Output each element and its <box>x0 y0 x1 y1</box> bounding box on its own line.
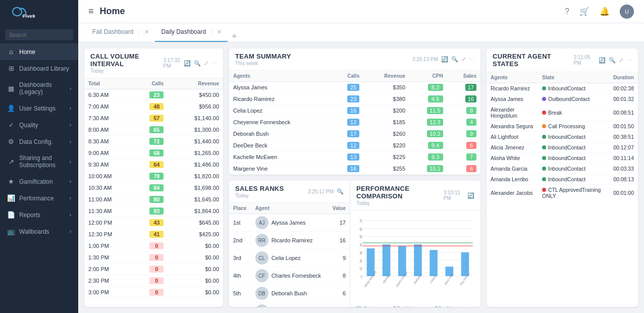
sidebar-item-home[interactable]: ⌂ Home <box>0 43 78 60</box>
more-options-icon[interactable]: ⋯ <box>469 56 474 63</box>
tab-fall-dashboard[interactable]: Fall Dashboard ⋮ ✕ <box>86 23 155 42</box>
avatar: RR <box>255 234 269 247</box>
help-icon[interactable]: ? <box>565 7 569 16</box>
sidebar-item-data-config[interactable]: ⚙ Data Config. › <box>0 133 78 150</box>
calls-cell: 65 <box>133 124 168 136</box>
refresh-icon[interactable]: 🔄 <box>184 60 191 67</box>
place-cell: 5th <box>229 285 251 302</box>
more-options-icon[interactable]: ⋯ <box>626 57 632 64</box>
expand-icon[interactable]: ⤢ <box>204 60 208 67</box>
chevron-right-icon: › <box>70 106 71 111</box>
state-cell: InboundContact <box>538 174 609 185</box>
state-cell: InboundContact <box>538 83 609 94</box>
search-icon[interactable]: 🔍 <box>451 56 458 63</box>
sidebar-item-dashboard-library[interactable]: ⊞ Dashboard Library <box>0 60 78 77</box>
table-row: Alicia Jimenez InboundContact 00:12:07 <box>487 142 638 153</box>
call-volume-card: CALL VOLUME INTERVAL Today 3:17:32 PM 🔄 … <box>84 48 223 307</box>
sidebar-item-gamification[interactable]: ★ Gamification › <box>0 173 78 190</box>
duration-cell: 00:11:14 <box>609 153 638 164</box>
state-dot <box>542 145 546 149</box>
table-row: 12:30 PM 41 $425.00 <box>84 229 223 240</box>
svg-text:60: 60 <box>359 227 362 232</box>
tab-options-icon[interactable]: ⋮ <box>209 29 214 35</box>
page-title: Home <box>100 6 125 17</box>
agent-states-card: CURRENT AGENT STATES 3:11:05 PM 🔄 🔍 ⤢ ⋯ … <box>487 48 638 307</box>
sidebar-item-sharing[interactable]: ↗ Sharing and Subscriptions › <box>0 150 78 173</box>
table-row: Alexander Horigsblum Break 00:08:51 <box>487 105 638 121</box>
col-cph: CPH <box>409 71 447 82</box>
performance-chart: 010203040506070Flying SquirrelsSterlingO… <box>355 216 475 301</box>
avatar[interactable]: U <box>620 5 634 19</box>
performance-comparison-section: PERFORMANCE COMPARISON Today 3:10:11 PM … <box>350 181 480 307</box>
search-icon[interactable]: 🔍 <box>609 57 616 64</box>
agent-states-header: CURRENT AGENT STATES 3:11:05 PM 🔄 🔍 ⤢ ⋯ <box>487 48 638 72</box>
revenue-cell: $1,486.00 <box>168 159 223 171</box>
revenue-cell: $956.00 <box>168 101 223 113</box>
hamburger-menu-icon[interactable]: ≡ <box>88 6 94 17</box>
sidebar-item-performance[interactable]: 📊 Performance › <box>0 190 78 206</box>
sales-cell: 17 <box>447 82 480 93</box>
cph-cell: 12.3 <box>409 117 447 128</box>
search-icon[interactable]: 🔍 <box>194 60 201 67</box>
search-input[interactable] <box>5 29 73 40</box>
performance-icon: 📊 <box>7 194 15 202</box>
duration-cell: 00:08:51 <box>609 105 638 121</box>
state-dot <box>542 97 546 101</box>
state-cell: InboundContact <box>538 132 609 142</box>
search-icon[interactable]: 🔍 <box>337 188 344 195</box>
refresh-icon[interactable]: 🔄 <box>467 192 474 199</box>
cph-cell: 11.5 <box>409 105 447 117</box>
calls-cell: 64 <box>133 159 168 171</box>
agent-cell: DeeDee Beck <box>229 140 332 151</box>
table-row: 2:30 PM 0 $0.00 <box>84 275 223 287</box>
agent-cell: Ali Lightfoot <box>487 132 538 142</box>
sidebar-item-wallboards[interactable]: 📺 Wallboards › <box>0 223 78 240</box>
calls-cell: 0 <box>133 240 168 252</box>
agent-states-rows: Ricardo Ramirez InboundContact 00:02:38 … <box>487 83 638 201</box>
agent-cell: Ricardo Ramirez <box>487 83 538 94</box>
revenue-cell: $0.00 <box>168 298 223 301</box>
call-volume-table: Total Calls Revenue 6:30 AM 23 $450.00 7… <box>84 78 223 300</box>
tab-close-icon[interactable]: ✕ <box>144 29 149 35</box>
sidebar-item-dashboards-legacy[interactable]: ▦ Dashboards (Legacy) › <box>0 77 78 100</box>
cart-icon[interactable]: 🛒 <box>579 7 589 16</box>
expand-icon[interactable]: ⤢ <box>619 57 623 64</box>
time-cell: 8:00 AM <box>84 124 133 136</box>
svg-text:30: 30 <box>359 250 362 255</box>
sidebar-item-label: Home <box>19 48 71 56</box>
topbar: ≡ Home ? 🛒 🔔 U <box>78 0 644 23</box>
expand-icon[interactable]: ⤢ <box>461 56 466 63</box>
legend-po-value: PO - Value <box>383 306 417 307</box>
tab-daily-dashboard[interactable]: Daily Dashboard ⋮ ✕ <box>155 23 228 42</box>
value-cell: 17 <box>328 214 350 232</box>
table-row: Alisha White InboundContact 00:11:14 <box>487 153 638 164</box>
refresh-icon[interactable]: 🔄 <box>599 57 606 64</box>
revenue-cell: $225 <box>363 151 409 163</box>
tab-options-icon[interactable]: ⋮ <box>136 29 141 35</box>
sidebar-item-reports[interactable]: 📄 Reports › <box>0 206 78 223</box>
sidebar-item-label: Quality <box>19 122 66 129</box>
place-cell: 2nd <box>229 232 251 249</box>
tab-label: Fall Dashboard <box>92 28 133 35</box>
notification-icon[interactable]: 🔔 <box>600 7 610 16</box>
team-summary-timestamp: 3:25:13 PM <box>412 57 438 62</box>
refresh-icon[interactable]: 🔄 <box>441 56 448 63</box>
time-cell: 6:30 AM <box>84 89 133 101</box>
call-volume-table-scroll[interactable]: Total Calls Revenue 6:30 AM 23 $450.00 7… <box>84 78 223 300</box>
tab-close-icon[interactable]: ✕ <box>217 29 222 35</box>
col-value: Value <box>328 203 350 214</box>
more-options-icon[interactable]: ⋯ <box>211 60 217 67</box>
agent-cell: Alisha White <box>487 153 538 164</box>
data-config-icon: ⚙ <box>7 138 15 145</box>
agent-cell: Amanda Lerribo <box>487 174 538 185</box>
sidebar-item-quality[interactable]: ✓ Quality › <box>0 117 78 133</box>
call-volume-subtitle: Today <box>90 68 163 74</box>
calls-cell: 23 <box>133 89 168 101</box>
value-cell: 6 <box>328 285 350 302</box>
agent-cell: CFCharles Fornesbeck <box>251 267 328 285</box>
col-state: State <box>538 72 609 83</box>
agent-states-scroll[interactable]: Agents State Duration Ricardo Ramirez In… <box>487 72 638 201</box>
sidebar-item-user-settings[interactable]: 👤 User Settings › <box>0 100 78 117</box>
add-tab-button[interactable]: + <box>228 31 241 42</box>
perf-header-left: PERFORMANCE COMPARISON Today <box>356 185 444 206</box>
